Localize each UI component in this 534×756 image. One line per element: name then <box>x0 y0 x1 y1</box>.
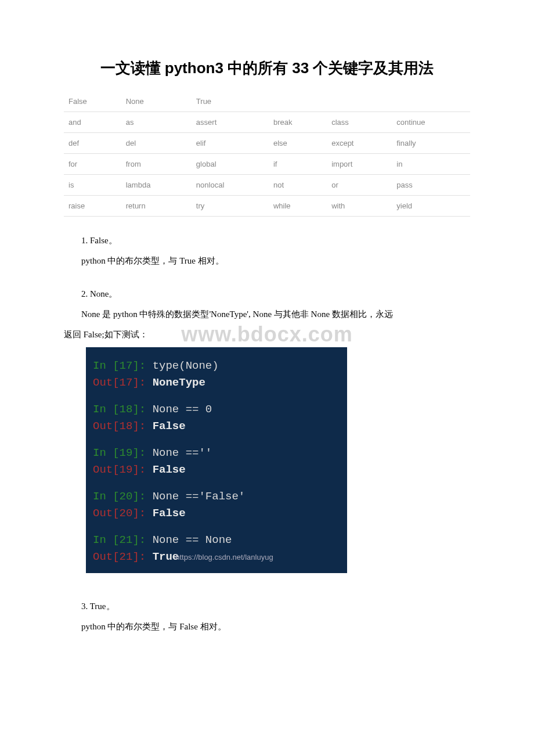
terminal-block: In [20]: None =='False' Out[20]: False <box>93 488 340 521</box>
table-cell: in <box>392 154 470 175</box>
table-cell: and <box>64 112 121 133</box>
table-cell: as <box>121 112 192 133</box>
section-1-body: python 中的布尔类型，与 True 相对。 <box>64 253 470 269</box>
table-cell: del <box>121 133 192 154</box>
table-cell: lambda <box>121 175 192 196</box>
table-cell: with <box>327 196 392 217</box>
keyword-table: False None True and as assert break clas… <box>64 91 470 217</box>
table-cell: yield <box>392 196 470 217</box>
page-title: 一文读懂 python3 中的所有 33 个关键字及其用法 <box>64 58 470 78</box>
table-cell: or <box>327 175 392 196</box>
section-3-body: python 中的布尔类型，与 False 相对。 <box>64 619 470 635</box>
terminal-in-line: In [21]: None == None <box>93 532 340 549</box>
terminal-out-line: Out[18]: False <box>93 418 340 435</box>
table-cell: None <box>121 91 192 112</box>
terminal-in-line: In [17]: type(None) <box>93 358 340 375</box>
watermark-container: 返回 False;如下测试： www.bdocx.com In [17]: ty… <box>64 327 470 573</box>
table-cell: assert <box>192 112 269 133</box>
table-row: and as assert break class continue <box>64 112 470 133</box>
table-cell: True <box>192 91 269 112</box>
terminal-block: In [17]: type(None) Out[17]: NoneType <box>93 358 340 391</box>
table-cell: global <box>192 154 269 175</box>
table-cell: for <box>64 154 121 175</box>
table-row: def del elif else except finally <box>64 133 470 154</box>
section-2-heading: 2. None。 <box>64 286 470 302</box>
table-row: raise return try while with yield <box>64 196 470 217</box>
table-cell <box>327 91 392 112</box>
terminal-in-line: In [19]: None =='' <box>93 445 340 462</box>
blog-url-watermark: https://blog.csdn.net/lanluyug <box>175 553 273 561</box>
terminal-in-line: In [18]: None == 0 <box>93 401 340 418</box>
terminal-in-line: In [20]: None =='False' <box>93 488 340 505</box>
table-cell: except <box>327 133 392 154</box>
table-cell: try <box>192 196 269 217</box>
terminal-out-line: Out[20]: False <box>93 505 340 522</box>
table-cell: from <box>121 154 192 175</box>
document-page: 一文读懂 python3 中的所有 33 个关键字及其用法 False None… <box>0 0 534 674</box>
table-cell: return <box>121 196 192 217</box>
table-cell: raise <box>64 196 121 217</box>
section-3-heading: 3. True。 <box>64 599 470 614</box>
table-cell: def <box>64 133 121 154</box>
table-cell: continue <box>392 112 470 133</box>
table-cell: elif <box>192 133 269 154</box>
table-cell: nonlocal <box>192 175 269 196</box>
table-cell: else <box>269 133 327 154</box>
table-cell: import <box>327 154 392 175</box>
terminal-screenshot: In [17]: type(None) Out[17]: NoneType In… <box>86 347 347 573</box>
table-cell: class <box>327 112 392 133</box>
table-cell <box>269 91 327 112</box>
table-row: False None True <box>64 91 470 112</box>
table-cell: False <box>64 91 121 112</box>
table-row: for from global if import in <box>64 154 470 175</box>
terminal-out-line: Out[17]: NoneType <box>93 375 340 391</box>
table-cell: is <box>64 175 121 196</box>
table-cell: while <box>269 196 327 217</box>
table-row: is lambda nonlocal not or pass <box>64 175 470 196</box>
terminal-out-line: Out[21]: Truehttps://blog.csdn.net/lanlu… <box>93 549 340 566</box>
terminal-out-line: Out[19]: False <box>93 462 340 478</box>
table-cell <box>392 91 470 112</box>
terminal-block: In [19]: None =='' Out[19]: False <box>93 445 340 478</box>
table-cell: if <box>269 154 327 175</box>
section-2-body-line2: 返回 False;如下测试： <box>64 327 470 343</box>
section-1-heading: 1. False。 <box>64 233 470 249</box>
table-cell: not <box>269 175 327 196</box>
terminal-block: In [21]: None == None Out[21]: Truehttps… <box>93 532 340 565</box>
table-cell: break <box>269 112 327 133</box>
table-cell: finally <box>392 133 470 154</box>
section-2-body-line1: None 是 python 中特殊的数据类型'NoneType', None 与… <box>64 307 470 322</box>
table-cell: pass <box>392 175 470 196</box>
terminal-block: In [18]: None == 0 Out[18]: False <box>93 401 340 434</box>
